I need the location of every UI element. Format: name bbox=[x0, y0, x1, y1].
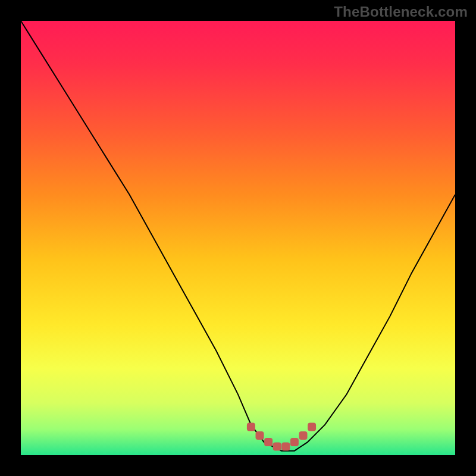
optimal-marker bbox=[273, 442, 281, 450]
chart-frame: TheBottleneck.com bbox=[0, 0, 476, 476]
bottleneck-chart bbox=[21, 21, 455, 455]
optimal-marker bbox=[264, 438, 273, 446]
optimal-marker bbox=[299, 431, 308, 440]
optimal-marker bbox=[256, 431, 264, 440]
optimal-marker bbox=[247, 423, 255, 431]
gradient-background bbox=[21, 21, 455, 455]
optimal-marker bbox=[308, 423, 316, 431]
plot-area bbox=[21, 21, 455, 455]
optimal-marker bbox=[281, 442, 290, 450]
watermark-label: TheBottleneck.com bbox=[334, 4, 468, 20]
optimal-marker bbox=[290, 438, 299, 446]
